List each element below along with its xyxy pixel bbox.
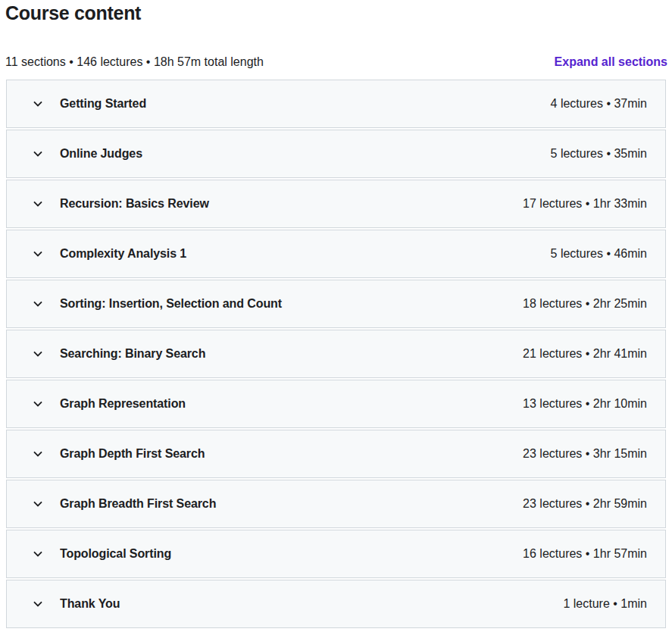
- section-title: Graph Breadth First Search: [60, 497, 523, 511]
- section-row[interactable]: Complexity Analysis 1 5 lectures • 46min: [6, 230, 666, 278]
- section-title: Searching: Binary Search: [60, 347, 523, 361]
- section-title: Complexity Analysis 1: [60, 247, 551, 261]
- chevron-down-icon: [32, 148, 44, 160]
- section-meta: 16 lectures • 1hr 57min: [523, 547, 647, 561]
- section-row[interactable]: Searching: Binary Search 21 lectures • 2…: [6, 330, 666, 378]
- section-row[interactable]: Topological Sorting 16 lectures • 1hr 57…: [6, 530, 666, 578]
- section-row[interactable]: Graph Breadth First Search 23 lectures •…: [6, 480, 666, 528]
- section-row[interactable]: Sorting: Insertion, Selection and Count …: [6, 280, 666, 328]
- section-meta: 5 lectures • 46min: [551, 247, 647, 261]
- section-row[interactable]: Graph Depth First Search 23 lectures • 3…: [6, 430, 666, 478]
- course-stats: 11 sections • 146 lectures • 18h 57m tot…: [5, 55, 264, 70]
- section-meta: 18 lectures • 2hr 25min: [523, 297, 647, 311]
- chevron-down-icon: [32, 298, 44, 310]
- summary-row: 11 sections • 146 lectures • 18h 57m tot…: [5, 55, 667, 70]
- section-row[interactable]: Getting Started 4 lectures • 37min: [6, 80, 666, 128]
- section-title: Recursion: Basics Review: [60, 197, 523, 211]
- section-meta: 21 lectures • 2hr 41min: [523, 347, 647, 361]
- course-sections-accordion: Getting Started 4 lectures • 37min Onlin…: [6, 80, 666, 628]
- chevron-down-icon: [32, 498, 44, 510]
- section-meta: 4 lectures • 37min: [551, 97, 647, 111]
- section-title: Getting Started: [60, 97, 551, 111]
- course-content-header: Course content 11 sections • 146 lecture…: [0, 0, 672, 70]
- page-title: Course content: [5, 2, 667, 23]
- section-title: Online Judges: [60, 147, 551, 161]
- section-meta: 23 lectures • 3hr 15min: [523, 447, 647, 461]
- section-meta: 13 lectures • 2hr 10min: [523, 397, 647, 411]
- chevron-down-icon: [32, 248, 44, 260]
- section-row[interactable]: Graph Representation 13 lectures • 2hr 1…: [6, 380, 666, 428]
- section-title: Graph Representation: [60, 397, 523, 411]
- section-title: Sorting: Insertion, Selection and Count: [60, 297, 523, 311]
- chevron-down-icon: [32, 598, 44, 610]
- chevron-down-icon: [32, 198, 44, 210]
- section-row[interactable]: Recursion: Basics Review 17 lectures • 1…: [6, 180, 666, 228]
- chevron-down-icon: [32, 448, 44, 460]
- chevron-down-icon: [32, 398, 44, 410]
- section-row[interactable]: Thank You 1 lecture • 1min: [6, 580, 666, 628]
- chevron-down-icon: [32, 98, 44, 110]
- section-meta: 1 lecture • 1min: [563, 597, 647, 611]
- section-meta: 5 lectures • 35min: [551, 147, 647, 161]
- section-row[interactable]: Online Judges 5 lectures • 35min: [6, 130, 666, 178]
- expand-all-sections-link[interactable]: Expand all sections: [555, 55, 667, 70]
- section-title: Graph Depth First Search: [60, 447, 523, 461]
- chevron-down-icon: [32, 348, 44, 360]
- section-meta: 23 lectures • 2hr 59min: [523, 497, 647, 511]
- chevron-down-icon: [32, 548, 44, 560]
- section-title: Topological Sorting: [60, 547, 523, 561]
- section-meta: 17 lectures • 1hr 33min: [523, 197, 647, 211]
- section-title: Thank You: [60, 597, 563, 611]
